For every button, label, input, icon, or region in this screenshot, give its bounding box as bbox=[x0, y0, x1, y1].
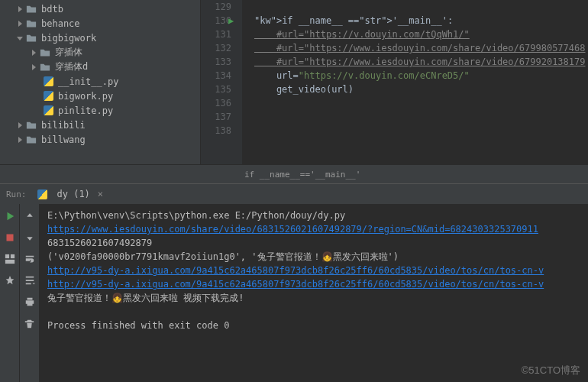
line-number[interactable]: 134 bbox=[201, 69, 231, 83]
line-number[interactable]: 130▶ bbox=[201, 14, 231, 28]
folder-icon bbox=[26, 18, 37, 29]
folder-icon bbox=[26, 4, 37, 15]
line-number[interactable]: 133 bbox=[201, 55, 231, 69]
console-line bbox=[47, 305, 580, 319]
run-header: Run: dy (1) × bbox=[0, 184, 588, 204]
tree-label: __init__.py bbox=[58, 76, 118, 87]
tree-label: pinlite.py bbox=[58, 105, 113, 116]
watermark: ©51CTO博客 bbox=[522, 364, 580, 377]
run-icon[interactable] bbox=[4, 210, 16, 222]
svg-rect-0 bbox=[6, 235, 13, 241]
line-number[interactable]: 129 bbox=[201, 0, 231, 14]
tree-label: 穿插体d bbox=[55, 60, 88, 73]
code-line[interactable]: #url="https://v.douyin.com/tQqWh1/" bbox=[254, 28, 588, 41]
python-icon bbox=[43, 105, 53, 116]
tree-item[interactable]: billwang bbox=[0, 132, 200, 147]
print-icon[interactable] bbox=[24, 296, 36, 308]
code-line[interactable]: #url="https://www.iesdouyin.com/share/vi… bbox=[254, 55, 588, 69]
folder-icon bbox=[26, 33, 37, 44]
line-number[interactable]: 138 bbox=[201, 124, 231, 138]
code-line[interactable]: get_video(url) bbox=[254, 83, 588, 96]
code-line[interactable] bbox=[254, 96, 588, 110]
folder-icon bbox=[40, 47, 50, 58]
trash-icon[interactable] bbox=[24, 317, 36, 329]
console-line: ('v0200fa90000br7791kmavf2oiiun1g0', '兔子… bbox=[47, 250, 580, 264]
console-line: Process finished with exit code 0 bbox=[47, 319, 580, 332]
tree-label: behance bbox=[41, 18, 80, 29]
chevron-right-icon[interactable] bbox=[15, 135, 24, 144]
run-toolbar-right bbox=[20, 204, 40, 382]
tree-label: bilibili bbox=[41, 120, 86, 131]
down-icon[interactable] bbox=[24, 231, 36, 244]
tree-item[interactable]: bigbigwork bbox=[0, 31, 200, 45]
console-line[interactable]: http://v95-dy-a.ixigua.com/9a415c62a4658… bbox=[47, 277, 580, 291]
line-number[interactable]: 132 bbox=[201, 41, 231, 55]
run-tab[interactable]: dy (1) × bbox=[37, 189, 104, 199]
chevron-right-icon[interactable] bbox=[15, 19, 24, 28]
tree-item[interactable]: __init__.py bbox=[0, 74, 200, 89]
tree-label: 穿插体 bbox=[55, 46, 82, 59]
console-line: 兔子警官报道！👧黑发六回来啦 视频下载完成! bbox=[47, 291, 580, 305]
console-line[interactable]: https://www.iesdouyin.com/share/video/68… bbox=[47, 222, 580, 236]
code-line[interactable]: "kw">if __name__ =="str">'__main__': bbox=[254, 14, 588, 28]
chevron-down-icon[interactable] bbox=[15, 34, 24, 43]
folder-icon bbox=[26, 120, 37, 131]
project-sidebar[interactable]: bdtbbehancebigbigwork穿插体穿插体d__init__.pyb… bbox=[0, 0, 201, 164]
python-icon bbox=[37, 189, 48, 199]
line-number[interactable]: 131 bbox=[201, 28, 231, 41]
console-output[interactable]: E:\Python\venv\Scripts\python.exe E:/Pyt… bbox=[40, 204, 588, 382]
tree-item[interactable]: bdtb bbox=[0, 2, 200, 16]
python-icon bbox=[43, 76, 53, 87]
tree-item[interactable]: 穿插体d bbox=[0, 60, 200, 74]
console-line: E:\Python\venv\Scripts\python.exe E:/Pyt… bbox=[47, 209, 580, 222]
breadcrumb[interactable]: if __name__=='__main__' bbox=[0, 164, 588, 183]
python-icon bbox=[43, 91, 53, 102]
line-number[interactable]: 136 bbox=[201, 96, 231, 110]
tree-item[interactable]: bilibili bbox=[0, 118, 200, 132]
code-editor[interactable]: 129130▶131132133134135136137138 "kw">if … bbox=[201, 0, 588, 164]
run-tab-label: dy (1) bbox=[57, 189, 90, 199]
code-line[interactable] bbox=[254, 124, 588, 138]
tree-item[interactable]: bigwork.py bbox=[0, 89, 200, 103]
layout-icon[interactable] bbox=[4, 253, 16, 265]
run-toolbar-left bbox=[0, 204, 20, 382]
run-panel: Run: dy (1) × E:\Python\venv\Scripts\pyt… bbox=[0, 183, 588, 382]
chevron-right-icon[interactable] bbox=[15, 5, 24, 14]
breadcrumb-text: if __name__=='__main__' bbox=[244, 170, 360, 180]
code-line[interactable]: #url="https://www.iesdouyin.com/share/vi… bbox=[254, 41, 588, 55]
tree-item[interactable]: 穿插体 bbox=[0, 45, 200, 60]
tree-label: bdtb bbox=[41, 4, 63, 15]
tree-item[interactable]: pinlite.py bbox=[0, 103, 200, 118]
svg-rect-1 bbox=[5, 254, 8, 258]
scroll-icon[interactable] bbox=[24, 274, 36, 286]
chevron-right-icon[interactable] bbox=[29, 63, 38, 72]
stop-icon[interactable] bbox=[4, 231, 16, 244]
run-body: E:\Python\venv\Scripts\python.exe E:/Pyt… bbox=[0, 204, 588, 382]
pin-icon[interactable] bbox=[4, 274, 16, 286]
folder-icon bbox=[26, 134, 37, 145]
tree-label: bigwork.py bbox=[58, 91, 113, 102]
line-number[interactable]: 137 bbox=[201, 110, 231, 124]
code-line[interactable] bbox=[254, 0, 588, 14]
tree-item[interactable]: behance bbox=[0, 16, 200, 31]
run-label: Run: bbox=[6, 189, 27, 199]
tree-label: bigbigwork bbox=[41, 33, 96, 44]
code-line[interactable] bbox=[254, 110, 588, 124]
up-icon[interactable] bbox=[24, 210, 36, 222]
run-marker-icon[interactable]: ▶ bbox=[228, 14, 234, 28]
svg-rect-2 bbox=[10, 254, 14, 258]
svg-rect-3 bbox=[5, 260, 14, 264]
folder-icon bbox=[40, 62, 50, 73]
chevron-right-icon[interactable] bbox=[29, 48, 38, 57]
close-icon[interactable]: × bbox=[98, 189, 103, 199]
main-area: bdtbbehancebigbigwork穿插体穿插体d__init__.pyb… bbox=[0, 0, 588, 164]
wrap-icon[interactable] bbox=[24, 253, 36, 265]
code-line[interactable]: url="https://v.douyin.com/eCNreD5/" bbox=[254, 69, 588, 83]
console-line: 6831526021607492879 bbox=[47, 236, 580, 250]
chevron-right-icon[interactable] bbox=[15, 121, 24, 130]
console-line[interactable]: http://v95-dy-a.ixigua.com/9a415c62a4658… bbox=[47, 264, 580, 277]
line-number[interactable]: 135 bbox=[201, 83, 231, 96]
tree-label: billwang bbox=[41, 134, 86, 145]
